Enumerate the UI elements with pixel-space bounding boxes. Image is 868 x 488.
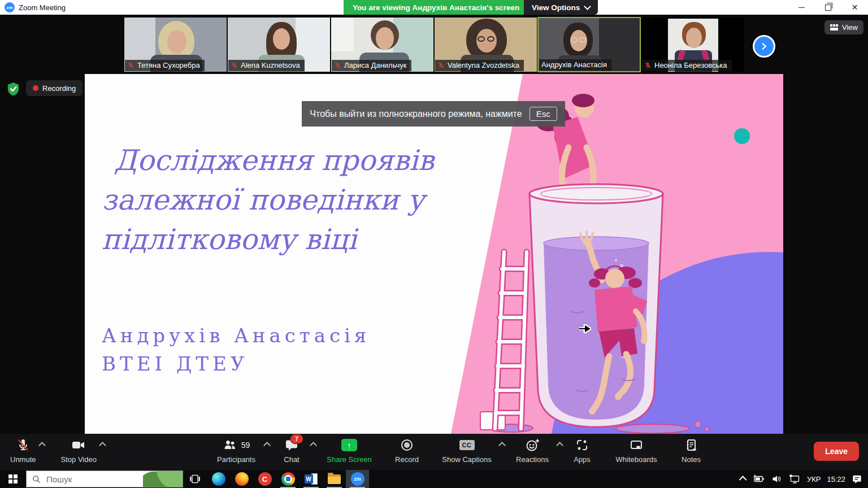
- word-icon: W: [305, 472, 318, 486]
- taskbar-search-box[interactable]: [26, 470, 183, 487]
- participant-video-tile-2[interactable]: Alena Kuznetsova: [227, 17, 331, 72]
- clock[interactable]: 15:22: [827, 475, 845, 483]
- show-captions-label: Show Captions: [442, 455, 491, 464]
- view-layout-button[interactable]: View: [824, 20, 863, 34]
- muted-mic-icon: [437, 62, 445, 69]
- apps-button[interactable]: Apps: [568, 438, 596, 464]
- network-icon[interactable]: [789, 474, 801, 484]
- screen-share-banner-text: You are viewing Андрухів Анастасія's scr…: [353, 3, 519, 12]
- close-icon: ✕: [852, 3, 858, 11]
- ccleaner-icon: C: [258, 472, 272, 486]
- chat-label: Chat: [284, 455, 299, 464]
- ccleaner-letter: C: [262, 475, 267, 483]
- slide-institution: ВТЕІ ДТЕУ: [102, 350, 370, 378]
- participants-button[interactable]: 59 Participants: [211, 438, 261, 464]
- view-options-label: View Options: [532, 3, 580, 12]
- notes-button[interactable]: Notes: [677, 438, 705, 464]
- screen: { "window": { "app_badge": "zm", "title"…: [0, 0, 868, 488]
- start-button[interactable]: [0, 470, 26, 488]
- reactions-button[interactable]: Reactions: [511, 438, 554, 464]
- participants-icon: [223, 438, 237, 452]
- chat-button[interactable]: 7 Chat: [276, 438, 307, 464]
- participant-name: Неоніла Березовська: [654, 61, 727, 69]
- view-button-label: View: [842, 23, 858, 32]
- record-label: Record: [395, 455, 419, 464]
- chat-options-chevron[interactable]: [310, 442, 317, 449]
- participant-video-tile-1[interactable]: Тетяна Сухоребра: [124, 17, 227, 72]
- minimize-button[interactable]: [788, 0, 815, 15]
- taskbar-firefox-button[interactable]: [230, 470, 253, 488]
- muted-mic-icon: [644, 62, 652, 69]
- recording-indicator: Recording: [26, 80, 83, 96]
- participant-name: Alena Kuznetsova: [241, 61, 300, 69]
- shared-screen-slide: Чтобы выйти из полноэкранного режима, на…: [85, 74, 783, 434]
- video-options-chevron[interactable]: [99, 442, 106, 449]
- action-center-icon[interactable]: [852, 474, 862, 484]
- next-participants-button[interactable]: [753, 35, 775, 58]
- task-view-button[interactable]: [183, 470, 207, 488]
- record-button[interactable]: Record: [391, 438, 423, 464]
- audio-options-chevron[interactable]: [38, 442, 46, 449]
- mouse-cursor: [578, 324, 591, 336]
- record-icon: [400, 438, 414, 452]
- participants-options-chevron[interactable]: [263, 442, 271, 449]
- esc-key: Esc: [530, 107, 557, 121]
- slide-title-line-1: Дослідження проявів: [102, 141, 434, 180]
- volume-icon[interactable]: [771, 474, 783, 484]
- participant-video-tile-3[interactable]: Лариса Данильчук: [331, 17, 434, 72]
- edge-icon: [212, 472, 225, 486]
- participant-name-label: Андрухів Анастасія: [539, 59, 611, 71]
- window-titlebar: zm Zoom Meeting You are viewing Андрухів…: [0, 0, 868, 15]
- leave-button[interactable]: Leave: [814, 442, 859, 461]
- camera-icon: [71, 438, 86, 452]
- apps-icon: [575, 438, 589, 452]
- fullscreen-exit-text: Чтобы выйти из полноэкранного режима, на…: [310, 109, 522, 119]
- taskbar-edge-button[interactable]: [207, 470, 230, 488]
- participants-count: 59: [241, 441, 250, 450]
- maximize-restore-button[interactable]: [815, 0, 841, 15]
- stop-video-label: Stop Video: [61, 455, 97, 464]
- close-button[interactable]: ✕: [841, 0, 868, 15]
- restore-icon: [825, 5, 831, 11]
- participant-name: Лариса Данильчук: [344, 61, 407, 69]
- taskbar-file-explorer-button[interactable]: [323, 470, 346, 488]
- participant-name-label: Лариса Данильчук: [332, 60, 411, 71]
- stop-video-button[interactable]: Stop Video: [61, 438, 97, 464]
- chat-badge: 7: [290, 434, 303, 444]
- participant-name-label: Valentyna Zvozdetska: [435, 60, 524, 71]
- search-doodle-decoration: [143, 471, 183, 487]
- language-indicator[interactable]: УКР: [807, 475, 821, 483]
- participant-video-tile-4[interactable]: Valentyna Zvozdetska: [434, 17, 537, 72]
- zoom-letters: zm: [354, 476, 361, 482]
- captions-cc-icon: CC: [459, 440, 475, 450]
- show-captions-button[interactable]: CC Show Captions: [437, 438, 496, 464]
- taskbar-word-button[interactable]: W: [300, 470, 323, 488]
- windows-taskbar: C W zm УКР 15:22: [0, 470, 868, 488]
- view-options-button[interactable]: View Options: [524, 0, 598, 15]
- whiteboards-button[interactable]: Whiteboards: [610, 438, 662, 464]
- participants-label: Participants: [217, 455, 255, 464]
- taskbar-chrome-button[interactable]: [276, 470, 300, 488]
- taskbar-ccleaner-button[interactable]: C: [253, 470, 276, 488]
- share-screen-label: Share Screen: [327, 455, 372, 464]
- captions-options-chevron[interactable]: [498, 442, 506, 449]
- task-view-icon: [189, 473, 201, 485]
- battery-charging-icon[interactable]: [753, 474, 765, 484]
- search-input[interactable]: [45, 474, 127, 485]
- recording-dot-icon: [33, 85, 38, 91]
- taskbar-zoom-button[interactable]: zm: [346, 470, 369, 488]
- notes-label: Notes: [682, 455, 701, 464]
- slide-author-name: Андрухів Анастасія: [102, 321, 370, 350]
- participant-video-tile-5-active-speaker[interactable]: Андрухів Анастасія: [537, 17, 641, 72]
- reactions-options-chevron[interactable]: [556, 442, 563, 449]
- unmute-button[interactable]: Unmute: [10, 438, 36, 464]
- share-screen-button[interactable]: ↑ Share Screen: [322, 438, 376, 464]
- slide-title-line-3: підлітковому віці: [102, 220, 434, 259]
- muted-mic-icon: [231, 62, 238, 69]
- notes-icon: [684, 438, 698, 452]
- participant-video-tile-6[interactable]: Неоніла Березовська: [641, 17, 744, 72]
- security-shield-icon[interactable]: [7, 82, 20, 98]
- tray-expand-chevron[interactable]: [739, 476, 747, 483]
- gallery-view-icon: [830, 24, 838, 31]
- window-title: Zoom Meeting: [19, 3, 66, 12]
